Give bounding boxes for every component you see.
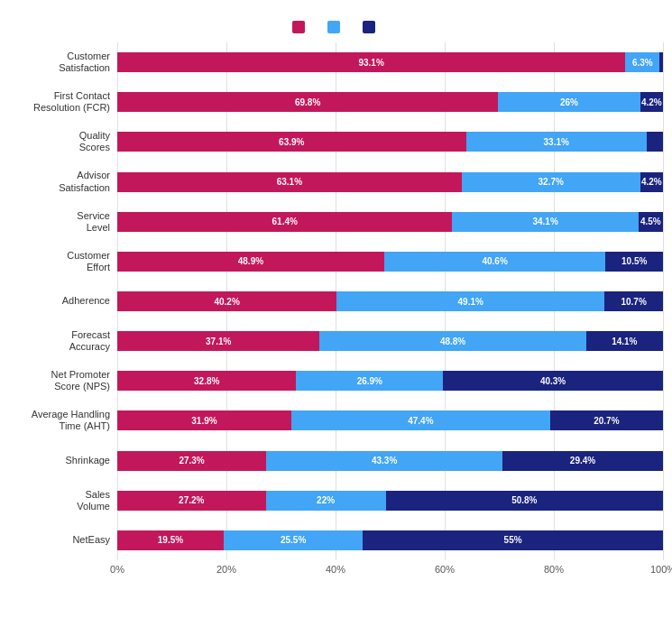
seg-not-4: 4.5%	[639, 212, 663, 232]
bar-row-8: 32.8%26.9%40.3%	[117, 361, 663, 401]
bar-track-0: 93.1%6.3%	[117, 52, 663, 72]
bar-track-10: 27.3%43.3%29.4%	[117, 451, 663, 471]
x-tick-0: 0%	[110, 564, 124, 575]
seg-very-10: 27.3%	[117, 451, 266, 471]
legend-not-important	[363, 21, 380, 33]
x-tick-60: 60%	[435, 564, 455, 575]
x-tick-100: 100%	[650, 564, 672, 575]
chart-body: CustomerSatisfactionFirst ContactResolut…	[9, 42, 663, 582]
seg-very-3: 63.1%	[117, 172, 462, 192]
seg-quite-10: 43.3%	[266, 451, 502, 471]
chart-container: CustomerSatisfactionFirst ContactResolut…	[0, 0, 672, 627]
seg-very-7: 37.1%	[117, 331, 319, 351]
seg-not-8: 40.3%	[443, 371, 663, 391]
bar-row-1: 69.8%26%4.2%	[117, 82, 663, 122]
bar-row-11: 27.2%22%50.8%	[117, 481, 663, 521]
seg-quite-3: 32.7%	[462, 172, 640, 192]
seg-quite-2: 33.1%	[466, 132, 647, 152]
x-tick-80: 80%	[544, 564, 564, 575]
legend-swatch-quite	[327, 21, 340, 33]
bar-track-5: 48.9%40.6%10.5%	[117, 252, 663, 272]
y-label-3: AdvisorSatisfaction	[9, 161, 117, 201]
seg-quite-12: 25.5%	[224, 530, 363, 550]
seg-very-5: 48.9%	[117, 252, 384, 272]
bars-area: 93.1%6.3%69.8%26%4.2%63.9%33.1%63.1%32.7…	[117, 42, 663, 560]
seg-very-6: 40.2%	[117, 291, 336, 311]
seg-not-1: 4.2%	[640, 92, 663, 112]
bar-row-3: 63.1%32.7%4.2%	[117, 161, 663, 201]
seg-not-0	[659, 52, 663, 72]
y-label-4: ServiceLevel	[9, 202, 117, 242]
x-axis: 0%20%40%60%80%100%	[117, 564, 663, 582]
bar-row-7: 37.1%48.8%14.1%	[117, 321, 663, 361]
seg-quite-6: 49.1%	[336, 291, 604, 311]
seg-quite-5: 40.6%	[384, 252, 606, 272]
y-label-12: NetEasy	[9, 521, 117, 560]
bar-track-1: 69.8%26%4.2%	[117, 92, 663, 112]
seg-very-1: 69.8%	[117, 92, 498, 112]
rows-area: CustomerSatisfactionFirst ContactResolut…	[9, 42, 663, 560]
seg-not-11: 50.8%	[386, 491, 663, 511]
seg-very-4: 61.4%	[117, 212, 452, 232]
seg-quite-0: 6.3%	[625, 52, 659, 72]
bar-track-3: 63.1%32.7%4.2%	[117, 172, 663, 192]
bar-row-6: 40.2%49.1%10.7%	[117, 281, 663, 321]
y-label-10: Shrinkage	[9, 441, 117, 481]
seg-not-12: 55%	[363, 530, 663, 550]
seg-quite-4: 34.1%	[452, 212, 638, 232]
y-label-1: First ContactResolution (FCR)	[9, 82, 117, 122]
seg-quite-8: 26.9%	[296, 371, 443, 391]
y-label-2: QualityScores	[9, 122, 117, 161]
legend	[9, 21, 663, 33]
x-tick-20: 20%	[216, 564, 236, 575]
seg-not-3: 4.2%	[640, 172, 663, 192]
seg-not-2	[647, 132, 663, 152]
legend-very-important	[292, 21, 309, 33]
y-labels: CustomerSatisfactionFirst ContactResolut…	[9, 42, 117, 560]
y-label-7: ForecastAccuracy	[9, 321, 117, 361]
x-tick-40: 40%	[326, 564, 345, 575]
seg-quite-7: 48.8%	[319, 331, 585, 351]
bar-track-11: 27.2%22%50.8%	[117, 491, 663, 511]
bar-track-2: 63.9%33.1%	[117, 132, 663, 152]
seg-not-5: 10.5%	[605, 252, 663, 272]
y-label-9: Average HandlingTime (AHT)	[9, 401, 117, 440]
seg-quite-9: 47.4%	[291, 410, 550, 430]
y-label-0: CustomerSatisfaction	[9, 42, 117, 82]
seg-very-11: 27.2%	[117, 491, 266, 511]
y-label-11: SalesVolume	[9, 481, 117, 521]
bar-row-0: 93.1%6.3%	[117, 42, 663, 82]
seg-very-9: 31.9%	[117, 410, 291, 430]
seg-very-0: 93.1%	[117, 52, 625, 72]
y-label-6: Adherence	[9, 281, 117, 321]
bar-track-12: 19.5%25.5%55%	[117, 530, 663, 550]
seg-very-8: 32.8%	[117, 371, 296, 391]
legend-swatch-very	[292, 21, 305, 33]
seg-very-2: 63.9%	[117, 132, 466, 152]
bar-track-6: 40.2%49.1%10.7%	[117, 291, 663, 311]
bar-track-8: 32.8%26.9%40.3%	[117, 371, 663, 391]
bar-track-7: 37.1%48.8%14.1%	[117, 331, 663, 351]
bar-row-9: 31.9%47.4%20.7%	[117, 401, 663, 440]
bar-row-5: 48.9%40.6%10.5%	[117, 242, 663, 281]
seg-very-12: 19.5%	[117, 530, 224, 550]
bar-track-9: 31.9%47.4%20.7%	[117, 410, 663, 430]
y-label-5: CustomerEffort	[9, 242, 117, 281]
bar-track-4: 61.4%34.1%4.5%	[117, 212, 663, 232]
seg-not-10: 29.4%	[502, 451, 663, 471]
bar-row-10: 27.3%43.3%29.4%	[117, 441, 663, 481]
legend-quite-important	[327, 21, 345, 33]
bar-row-12: 19.5%25.5%55%	[117, 521, 663, 560]
legend-swatch-not	[363, 21, 375, 33]
seg-quite-11: 22%	[266, 491, 386, 511]
y-label-8: Net PromoterScore (NPS)	[9, 361, 117, 401]
seg-not-6: 10.7%	[604, 291, 663, 311]
seg-quite-1: 26%	[498, 92, 640, 112]
seg-not-9: 20.7%	[550, 410, 663, 430]
seg-not-7: 14.1%	[586, 331, 663, 351]
bar-row-2: 63.9%33.1%	[117, 122, 663, 161]
bar-row-4: 61.4%34.1%4.5%	[117, 202, 663, 242]
